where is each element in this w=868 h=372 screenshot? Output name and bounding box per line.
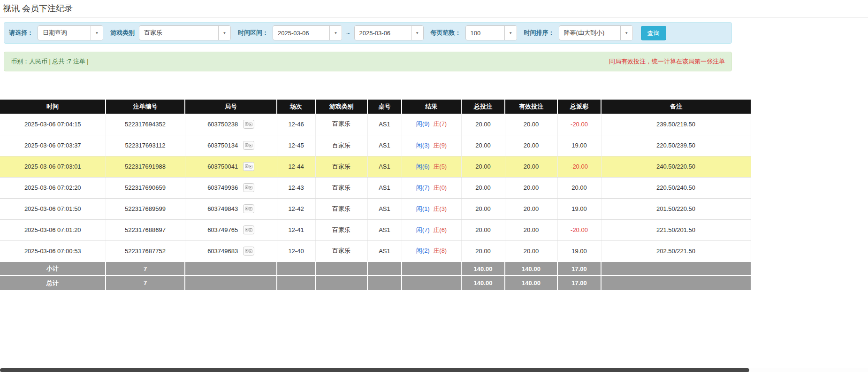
- cell-total-bet[interactable]: 20.00: [461, 219, 505, 240]
- cell-bet-id: 522317688697: [106, 219, 185, 240]
- round-number: 603750134: [207, 142, 238, 149]
- horizontal-scrollbar[interactable]: [0, 368, 868, 372]
- col-total-payout: 总派彩: [557, 100, 601, 114]
- table-row: 2025-03-06 07:03:01 522317691988 6037500…: [0, 156, 751, 177]
- cell-time: 2025-03-06 07:01:20: [0, 219, 106, 240]
- scrollbar-thumb[interactable]: [0, 368, 749, 372]
- bet-records-table: 时间 注单编号 局号 场次 游戏类别 桌号 结果 总投注 有效投注 总派彩 备注…: [0, 100, 751, 290]
- cell-total-payout: -20.00: [557, 219, 601, 240]
- subtotal-payout: 17.00: [557, 262, 601, 276]
- cell-round: 603750134: [185, 135, 277, 156]
- chevron-down-icon[interactable]: ▼: [91, 26, 103, 40]
- table-row: 2025-03-06 07:03:37 522317693112 6037501…: [0, 135, 751, 156]
- result-player: 闲(9): [416, 120, 430, 127]
- date-to-value: 2025-03-06: [355, 26, 411, 40]
- cell-note: 240.50/220.50: [601, 156, 751, 177]
- subtotal-empty-cell: [367, 262, 402, 276]
- round-result-icon[interactable]: [243, 120, 254, 129]
- round-result-icon[interactable]: [243, 162, 254, 171]
- round-number: 603749765: [207, 226, 238, 233]
- chevron-down-icon[interactable]: ▼: [504, 26, 517, 40]
- table-row: 2025-03-06 07:02:20 522317690659 6037499…: [0, 177, 751, 198]
- total-empty-cell: [402, 276, 461, 290]
- cell-total-bet[interactable]: 20.00: [461, 240, 505, 262]
- cell-bet-id: 522317694352: [106, 114, 185, 135]
- subtotal-empty-cell: [185, 262, 277, 276]
- round-number: 603749936: [207, 184, 238, 191]
- cell-time: 2025-03-06 07:01:50: [0, 198, 106, 219]
- round-result-icon[interactable]: [243, 247, 254, 256]
- cell-table-no: AS1: [367, 219, 402, 240]
- chevron-down-icon[interactable]: ▼: [218, 26, 230, 40]
- chevron-down-icon[interactable]: ▼: [411, 26, 423, 40]
- cell-total-payout: 20.00: [557, 177, 601, 198]
- cell-total-bet[interactable]: 20.00: [461, 114, 505, 135]
- chevron-down-icon[interactable]: ▼: [329, 26, 342, 40]
- cell-table-no: AS1: [367, 156, 402, 177]
- cell-round: 603750041: [185, 156, 277, 177]
- cell-note: 220.50/239.50: [601, 135, 751, 156]
- cell-time: 2025-03-06 07:03:01: [0, 156, 106, 177]
- game-type-select[interactable]: 百家乐 ▼: [139, 25, 231, 40]
- result-player: 闲(1): [416, 205, 430, 212]
- per-page-label: 每页笔数：: [431, 29, 461, 37]
- cell-time: 2025-03-06 07:02:20: [0, 177, 106, 198]
- search-button[interactable]: 查询: [641, 26, 666, 40]
- subtotal-empty-cell: [315, 262, 367, 276]
- time-sort-select[interactable]: 降幂(由大到小) ▼: [559, 25, 633, 40]
- result-banker: 庄(8): [433, 247, 447, 254]
- cell-total-bet[interactable]: 20.00: [461, 135, 505, 156]
- cell-note: 201.50/220.50: [601, 198, 751, 219]
- col-total-bet: 总投注: [461, 100, 505, 114]
- col-table-no: 桌号: [367, 100, 402, 114]
- round-result-icon[interactable]: [243, 141, 254, 150]
- cell-valid-bet: 20.00: [505, 198, 557, 219]
- total-empty-cell: [277, 276, 315, 290]
- round-result-icon[interactable]: [243, 204, 254, 213]
- table-row: 2025-03-06 07:01:50 522317689599 6037498…: [0, 198, 751, 219]
- cell-table-no: AS1: [367, 177, 402, 198]
- cell-total-bet[interactable]: 20.00: [461, 177, 505, 198]
- date-from-select[interactable]: 2025-03-06 ▼: [273, 25, 342, 40]
- cell-valid-bet: 20.00: [505, 135, 557, 156]
- subtotal-empty-cell: [601, 262, 751, 276]
- result-player: 闲(7): [416, 184, 430, 191]
- cell-game-type: 百家乐: [315, 198, 367, 219]
- cell-session: 12-45: [277, 135, 315, 156]
- cell-result: 闲(7) 庄(0): [402, 177, 461, 198]
- cell-game-type: 百家乐: [315, 114, 367, 135]
- cell-total-payout: -20.00: [557, 156, 601, 177]
- round-result-icon[interactable]: [243, 225, 254, 234]
- table-header-row: 时间 注单编号 局号 场次 游戏类别 桌号 结果 总投注 有效投注 总派彩 备注: [0, 100, 751, 114]
- per-page-select[interactable]: 100 ▼: [465, 25, 517, 40]
- chevron-down-icon[interactable]: ▼: [620, 26, 632, 40]
- subtotal-empty-cell: [277, 262, 315, 276]
- cell-session: 12-43: [277, 177, 315, 198]
- cell-game-type: 百家乐: [315, 219, 367, 240]
- cell-total-payout: 19.00: [557, 240, 601, 262]
- cell-valid-bet: 20.00: [505, 177, 557, 198]
- round-number: 603750238: [207, 121, 238, 128]
- total-empty-cell: [185, 276, 277, 290]
- cell-total-payout: 19.00: [557, 135, 601, 156]
- cell-game-type: 百家乐: [315, 135, 367, 156]
- round-number: 603750041: [207, 163, 238, 170]
- col-game-type: 游戏类别: [315, 100, 367, 114]
- round-result-icon[interactable]: [243, 183, 254, 192]
- cell-total-bet[interactable]: 20.00: [461, 156, 505, 177]
- cell-bet-id: 522317693112: [106, 135, 185, 156]
- result-banker: 庄(0): [433, 184, 447, 191]
- date-to-select[interactable]: 2025-03-06 ▼: [354, 25, 424, 40]
- result-player: 闲(6): [416, 163, 430, 170]
- total-empty-cell: [315, 276, 367, 290]
- col-session: 场次: [277, 100, 315, 114]
- cell-valid-bet: 20.00: [505, 156, 557, 177]
- game-type-value: 百家乐: [139, 26, 218, 40]
- cell-result: 闲(2) 庄(8): [402, 240, 461, 262]
- query-type-select[interactable]: 日期查询 ▼: [38, 25, 103, 40]
- cell-round: 603749765: [185, 219, 277, 240]
- cell-game-type: 百家乐: [315, 240, 367, 262]
- cell-result: 闲(1) 庄(3): [402, 198, 461, 219]
- cell-total-bet[interactable]: 20.00: [461, 198, 505, 219]
- cell-valid-bet: 20.00: [505, 219, 557, 240]
